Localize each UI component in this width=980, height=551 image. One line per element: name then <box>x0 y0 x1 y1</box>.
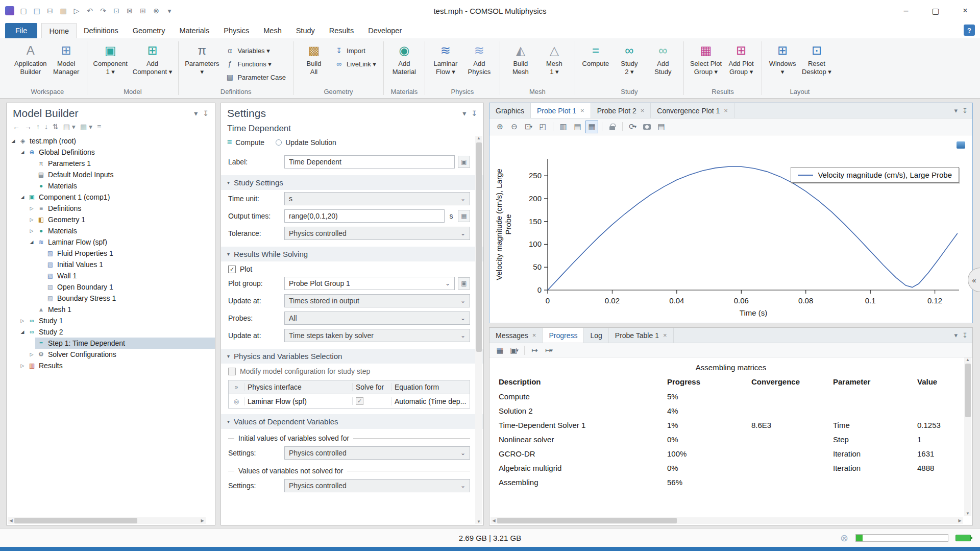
tree-item-materials-global[interactable]: ●Materials <box>7 180 215 191</box>
application-builder-button[interactable]: AApplicationBuilder <box>12 40 49 86</box>
probes-update-at-select[interactable]: Time steps taken by solver ⌄ <box>284 329 470 342</box>
expand-arrow-icon[interactable]: ▷ <box>28 352 35 357</box>
settings-menu-icon[interactable]: ▾ <box>462 109 466 117</box>
close-tab-icon[interactable]: × <box>641 107 645 114</box>
probe-plot-canvas[interactable]: 05010015020025000.020.040.060.080.10.12T… <box>489 135 972 323</box>
windows-button[interactable]: ⊞Windows▾ <box>766 40 799 86</box>
forward-icon[interactable]: → <box>24 123 32 131</box>
modify-configuration-checkbox[interactable] <box>228 368 236 375</box>
tree-item-boundary-stress-1[interactable]: ▨Boundary Stress 1 <box>7 293 215 304</box>
parameter-case-button[interactable]: ▤Parameter Case <box>223 71 288 83</box>
scroll-left-icon[interactable]: ◀ <box>8 518 14 523</box>
ribbon-tab-developer[interactable]: Developer <box>361 23 409 38</box>
help-icon[interactable]: ? <box>964 25 975 36</box>
range-button[interactable]: ▦ <box>458 210 470 222</box>
scroll-right-icon[interactable]: ▶ <box>199 518 206 523</box>
information-tab-log[interactable]: Log <box>584 328 608 343</box>
plot-group-options-icon[interactable]: ▣ <box>458 277 470 290</box>
parameters-button[interactable]: πParameters▾ <box>183 40 221 86</box>
tree-item-wall-1[interactable]: ▧Wall 1 <box>7 270 215 281</box>
close-tab-icon[interactable]: × <box>663 331 667 339</box>
close-tab-icon[interactable]: × <box>724 107 728 114</box>
sort-icon[interactable]: ⇅ <box>53 123 59 131</box>
section-values-of-dependent-variables[interactable]: ▾ Values of Dependent Variables <box>221 414 483 429</box>
save-icon[interactable]: ⊟ <box>44 5 56 17</box>
ribbon-tab-home[interactable]: Home <box>41 23 77 38</box>
refresh-plot-icon[interactable]: ⟳▾ <box>626 121 639 133</box>
tree-menu-icon[interactable]: ≡ <box>97 123 101 131</box>
run-icon[interactable]: ▷ <box>70 5 83 17</box>
tree-item-geometry-1[interactable]: ▷◧Geometry 1 <box>7 214 215 225</box>
collapse-arrow-icon[interactable]: ◢ <box>19 329 26 334</box>
minimize-button[interactable]: – <box>891 0 921 21</box>
table-format-icon[interactable]: ▦ <box>494 344 506 356</box>
ribbon-tab-materials[interactable]: Materials <box>172 23 216 38</box>
tree-node-options-icon[interactable]: ▦ ▾ <box>80 123 92 131</box>
close-tab-icon[interactable]: × <box>580 107 584 114</box>
settings-vscrollbar[interactable]: ▲ ▼ <box>475 136 482 524</box>
build-all-button[interactable]: ▩BuildAll <box>298 40 330 86</box>
cancel-progress-icon[interactable]: ⊗ <box>840 532 848 544</box>
tree-item-initial-values-1[interactable]: ▧Initial Values 1 <box>7 259 215 270</box>
scroll-down-icon[interactable]: ▼ <box>965 511 971 516</box>
compute-button[interactable]: = Compute <box>227 138 264 147</box>
scrollbar-thumb[interactable] <box>476 142 482 352</box>
collapse-arrow-icon[interactable]: ◢ <box>28 239 35 245</box>
scroll-down-icon[interactable]: ▼ <box>476 519 482 524</box>
collapse-arrow-icon[interactable]: ◢ <box>10 138 17 143</box>
tree-item-open-boundary-1[interactable]: ▨Open Boundary 1 <box>7 281 215 293</box>
graphics-menu-icon[interactable]: ▾ <box>954 107 958 114</box>
model-builder-hscrollbar[interactable]: ◀ ▶ <box>8 517 206 524</box>
expand-arrow-icon[interactable]: ▷ <box>19 363 26 368</box>
import-button[interactable]: ↧Import <box>332 45 378 56</box>
build-mesh-button[interactable]: ◭BuildMesh <box>504 40 537 86</box>
plot-checkbox[interactable]: ✓ <box>228 266 236 273</box>
zoom-box-icon[interactable]: ⊡▾ <box>522 121 535 133</box>
section-results-while-solving[interactable]: ▾ Results While Solving <box>221 247 483 261</box>
tree-item-laminar-flow[interactable]: ◢≋Laminar Flow (spf) <box>7 236 215 248</box>
laminar-flow-button[interactable]: ≋LaminarFlow ▾ <box>429 40 462 86</box>
update-solution-button[interactable]: Update Solution <box>276 138 336 147</box>
expand-columns-icon[interactable]: » <box>229 384 244 391</box>
tree-item-step-1-time-dependent[interactable]: =Step 1: Time Dependent <box>7 338 215 349</box>
undo-icon[interactable]: ↶ <box>84 5 96 17</box>
add-component-button[interactable]: ⊞AddComponent ▾ <box>131 40 174 86</box>
add-material-button[interactable]: ◉AddMaterial <box>388 40 421 86</box>
information-tab-progress[interactable]: Progress <box>543 328 584 343</box>
livelink-button[interactable]: ∞LiveLink ▾ <box>332 58 378 69</box>
tree-item-default-model-inputs[interactable]: ▤Default Model Inputs <box>7 169 215 180</box>
show-axes-icon[interactable]: ▥ <box>557 121 570 133</box>
component-1-button[interactable]: ▣Component1 ▾ <box>91 40 130 86</box>
close-button[interactable]: × <box>950 0 980 21</box>
information-tab-probe-table-1[interactable]: Probe Table 1× <box>609 328 674 343</box>
label-options-icon[interactable]: ▣ <box>458 156 470 168</box>
tree-item-component-1[interactable]: ◢▣Component 1 (comp1) <box>7 191 215 203</box>
new-file-icon[interactable]: ▢ <box>17 5 30 17</box>
model-builder-menu-icon[interactable]: ▾ <box>194 109 198 117</box>
compute-button[interactable]: =Compute <box>579 40 612 86</box>
move-up-icon[interactable]: ↑ <box>36 123 40 131</box>
add-plot-group-button[interactable]: ⊞Add PlotGroup ▾ <box>725 40 757 86</box>
snapshot-icon[interactable] <box>641 121 653 133</box>
ribbon-tab-geometry[interactable]: Geometry <box>126 23 173 38</box>
collapse-arrow-icon[interactable]: ◢ <box>19 150 26 155</box>
pin-icon[interactable]: ↧ <box>471 109 477 117</box>
zoom-out-icon[interactable]: ⊖ <box>508 121 521 133</box>
close-tab-icon[interactable]: × <box>532 331 536 339</box>
ribbon-tab-mesh[interactable]: Mesh <box>256 23 288 38</box>
graphics-tab-graphics[interactable]: Graphics <box>489 103 531 118</box>
delete-icon[interactable]: ⊗ <box>150 5 162 17</box>
back-icon[interactable]: ← <box>13 123 20 131</box>
expand-arrow-icon[interactable]: ▷ <box>19 318 26 323</box>
step-options-icon[interactable]: ↦▾ <box>543 344 555 356</box>
print-icon[interactable]: ▥ <box>57 5 69 17</box>
move-down-icon[interactable]: ↓ <box>44 123 48 131</box>
functions-button[interactable]: ƒFunctions ▾ <box>223 58 288 69</box>
scroll-up-icon[interactable]: ▲ <box>965 357 971 362</box>
show-grid-icon[interactable]: ▤ <box>571 121 584 133</box>
graphics-tab-probe-plot-1[interactable]: Probe Plot 1× <box>531 103 591 118</box>
notsolved-settings-select[interactable]: Physics controlled ⌄ <box>284 479 470 492</box>
tree-item-study-1[interactable]: ▷∞Study 1 <box>7 315 215 326</box>
scrollbar-thumb[interactable] <box>14 518 137 523</box>
open-file-icon[interactable]: ▤ <box>31 5 43 17</box>
